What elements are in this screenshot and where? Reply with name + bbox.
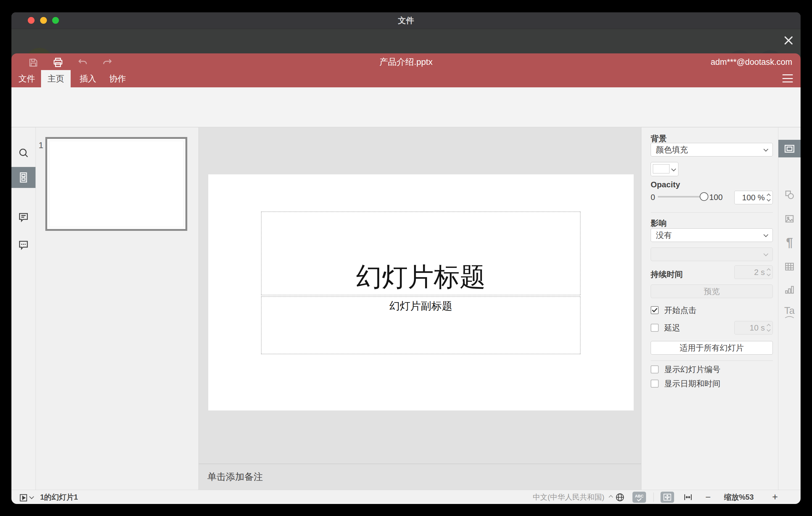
delay-spinner: 10 s [734,321,773,335]
tab-insert[interactable]: 插入 [75,70,101,87]
opacity-slider-knob[interactable] [700,192,708,201]
slide-thumbnail-1[interactable] [45,137,187,231]
opacity-label: Opacity [651,180,680,190]
slide-canvas[interactable]: 幻灯片标题 幻灯片副标题 [208,174,634,410]
effect-label: 影响 [651,218,667,229]
titlebar: 文件 [11,12,801,29]
show-date-time-checkbox[interactable] [651,380,659,388]
background-color-picker[interactable] [651,162,678,176]
subtitle-placeholder[interactable]: 幻灯片副标题 [261,296,581,354]
notes-placeholder: 单击添加备注 [207,470,263,483]
background-fill-select[interactable]: 颜色填充 [651,143,773,156]
left-sidebar [11,127,36,490]
chart-settings-icon[interactable] [778,281,801,299]
play-slideshow-chevron[interactable] [30,495,33,499]
slides-panel-icon[interactable] [11,167,35,188]
duration-label: 持续时间 [651,269,683,280]
duration-spinner: 2 s [734,265,773,279]
right-sidebar: ¶ Ta [778,127,801,490]
show-date-time-label: 显示日期和时间 [664,380,720,388]
tab-file[interactable]: 文件 [14,70,39,87]
title-placeholder[interactable]: 幻灯片标题 [261,211,581,295]
apply-to-all-button[interactable]: 适用于所有幻灯片 [651,341,773,354]
preview-button: 预览 [651,285,773,298]
tab-home[interactable]: 主页 [41,70,71,87]
opacity-min: 0 [651,193,655,202]
chat-icon[interactable] [11,235,35,254]
language-chevron-icon[interactable] [609,496,612,498]
menu-icon[interactable] [782,75,793,82]
zoom-in-button[interactable]: + [769,490,781,504]
zoom-level-label: 缩放%53 [724,490,754,504]
close-icon[interactable] [781,33,796,48]
show-slide-number-checkbox[interactable] [651,365,659,373]
opacity-slider-track[interactable] [658,196,703,198]
effect-select[interactable]: 没有 [651,228,773,242]
slide-subtitle-text: 幻灯片副标题 [389,297,452,311]
language-label[interactable]: 中文(中华人民共和国) [533,490,604,504]
zoom-out-button[interactable]: − [702,490,714,504]
window-title: 文件 [11,12,801,29]
app-window: 文件 产品介绍.pptx adm***@dootask.com 文件 主页 插入… [11,12,801,504]
opacity-max: 100 [709,193,723,202]
comments-icon[interactable] [11,208,35,226]
show-slide-number-label: 显示幻灯片编号 [664,365,720,373]
paragraph-settings-icon[interactable]: ¶ [778,233,801,252]
editor-header: 产品介绍.pptx adm***@dootask.com 文件 主页 插入 协作 [11,53,801,87]
shape-settings-icon[interactable] [778,185,801,204]
image-settings-icon[interactable] [778,209,801,228]
notes-area[interactable]: 单击添加备注 [199,463,641,490]
slide-count-label: 1的幻灯片1 [40,490,78,504]
document-language-icon[interactable] [614,492,625,503]
color-swatch [653,164,669,173]
start-on-click-checkbox[interactable] [651,306,659,314]
delay-label: 延迟 [664,324,680,332]
textart-settings-icon[interactable]: Ta [778,303,801,321]
fit-width-icon[interactable] [681,492,695,503]
spellcheck-icon[interactable]: ABC [633,492,646,503]
effect-option-select [651,248,773,261]
thumbnail-number: 1 [38,140,44,150]
document-title: 产品介绍.pptx [11,56,801,68]
toolbar: 添加幻灯片 A▲ A▼ Aa B I U S A2 A2 [11,87,801,127]
play-slideshow-icon[interactable] [19,493,28,502]
slide-settings-icon[interactable] [778,140,801,157]
opacity-value-spinner[interactable]: 100 % [734,191,773,204]
search-icon[interactable] [11,144,35,162]
tab-collaboration[interactable]: 协作 [105,70,130,87]
user-email: adm***@dootask.com [710,56,792,68]
slide-title-text: 幻灯片标题 [356,264,486,295]
table-settings-icon[interactable] [778,257,801,276]
background-label: 背景 [651,133,667,144]
status-bar: 1的幻灯片1 中文(中华人民共和国) ABC − 缩放%53 + [11,490,801,504]
delay-checkbox[interactable] [651,324,659,332]
start-on-click-label: 开始点击 [664,306,696,314]
fit-slide-icon[interactable] [661,492,674,503]
